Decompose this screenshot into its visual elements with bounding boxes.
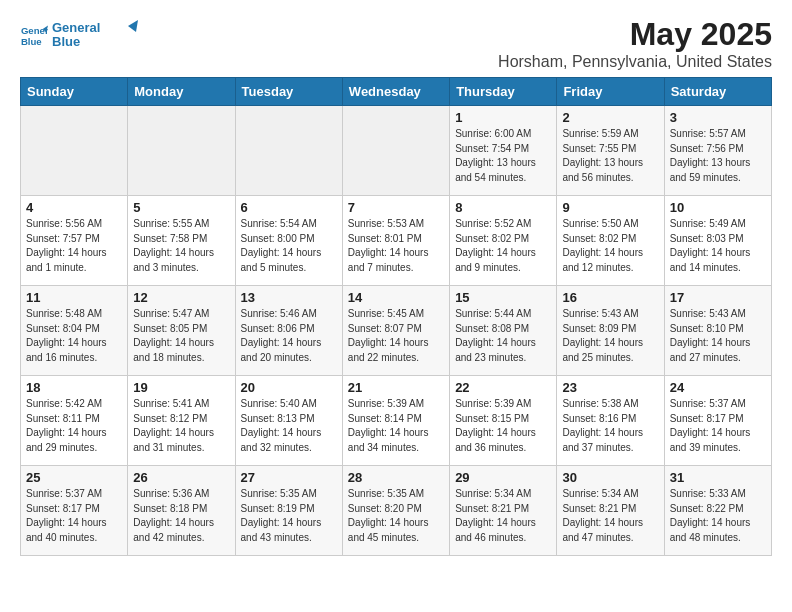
weekday-header-monday: Monday (128, 78, 235, 106)
cell-info: Sunrise: 5:35 AM Sunset: 8:19 PM Dayligh… (241, 487, 337, 545)
cell-date: 21 (348, 380, 444, 395)
calendar-cell (342, 106, 449, 196)
cell-info: Sunrise: 5:47 AM Sunset: 8:05 PM Dayligh… (133, 307, 229, 365)
cell-info: Sunrise: 5:43 AM Sunset: 8:09 PM Dayligh… (562, 307, 658, 365)
calendar-cell: 14Sunrise: 5:45 AM Sunset: 8:07 PM Dayli… (342, 286, 449, 376)
cell-date: 1 (455, 110, 551, 125)
cell-info: Sunrise: 5:44 AM Sunset: 8:08 PM Dayligh… (455, 307, 551, 365)
calendar-cell: 4Sunrise: 5:56 AM Sunset: 7:57 PM Daylig… (21, 196, 128, 286)
cell-info: Sunrise: 5:42 AM Sunset: 8:11 PM Dayligh… (26, 397, 122, 455)
svg-marker-6 (128, 20, 138, 32)
cell-date: 3 (670, 110, 766, 125)
weekday-header-thursday: Thursday (450, 78, 557, 106)
cell-date: 16 (562, 290, 658, 305)
logo-text: General Blue (52, 16, 142, 56)
cell-info: Sunrise: 5:59 AM Sunset: 7:55 PM Dayligh… (562, 127, 658, 185)
cell-date: 6 (241, 200, 337, 215)
logo-icon: General Blue (20, 22, 48, 50)
cell-info: Sunrise: 5:57 AM Sunset: 7:56 PM Dayligh… (670, 127, 766, 185)
cell-info: Sunrise: 5:39 AM Sunset: 8:14 PM Dayligh… (348, 397, 444, 455)
cell-info: Sunrise: 5:52 AM Sunset: 8:02 PM Dayligh… (455, 217, 551, 275)
cell-date: 2 (562, 110, 658, 125)
calendar-cell: 13Sunrise: 5:46 AM Sunset: 8:06 PM Dayli… (235, 286, 342, 376)
cell-date: 27 (241, 470, 337, 485)
week-row-2: 4Sunrise: 5:56 AM Sunset: 7:57 PM Daylig… (21, 196, 772, 286)
calendar-cell: 6Sunrise: 5:54 AM Sunset: 8:00 PM Daylig… (235, 196, 342, 286)
cell-info: Sunrise: 5:35 AM Sunset: 8:20 PM Dayligh… (348, 487, 444, 545)
cell-info: Sunrise: 5:56 AM Sunset: 7:57 PM Dayligh… (26, 217, 122, 275)
cell-date: 30 (562, 470, 658, 485)
title-block: May 2025 Horsham, Pennsylvania, United S… (498, 16, 772, 71)
week-row-5: 25Sunrise: 5:37 AM Sunset: 8:17 PM Dayli… (21, 466, 772, 556)
cell-info: Sunrise: 5:34 AM Sunset: 8:21 PM Dayligh… (562, 487, 658, 545)
cell-date: 20 (241, 380, 337, 395)
calendar-cell: 25Sunrise: 5:37 AM Sunset: 8:17 PM Dayli… (21, 466, 128, 556)
weekday-header-friday: Friday (557, 78, 664, 106)
cell-date: 10 (670, 200, 766, 215)
calendar-cell: 19Sunrise: 5:41 AM Sunset: 8:12 PM Dayli… (128, 376, 235, 466)
cell-info: Sunrise: 5:45 AM Sunset: 8:07 PM Dayligh… (348, 307, 444, 365)
cell-info: Sunrise: 5:33 AM Sunset: 8:22 PM Dayligh… (670, 487, 766, 545)
cell-info: Sunrise: 5:36 AM Sunset: 8:18 PM Dayligh… (133, 487, 229, 545)
calendar-cell: 2Sunrise: 5:59 AM Sunset: 7:55 PM Daylig… (557, 106, 664, 196)
calendar-cell: 22Sunrise: 5:39 AM Sunset: 8:15 PM Dayli… (450, 376, 557, 466)
cell-date: 11 (26, 290, 122, 305)
calendar-cell: 31Sunrise: 5:33 AM Sunset: 8:22 PM Dayli… (664, 466, 771, 556)
calendar-cell: 3Sunrise: 5:57 AM Sunset: 7:56 PM Daylig… (664, 106, 771, 196)
calendar-cell: 16Sunrise: 5:43 AM Sunset: 8:09 PM Dayli… (557, 286, 664, 376)
main-title: May 2025 (498, 16, 772, 53)
weekday-header-row: SundayMondayTuesdayWednesdayThursdayFrid… (21, 78, 772, 106)
cell-info: Sunrise: 5:41 AM Sunset: 8:12 PM Dayligh… (133, 397, 229, 455)
weekday-header-wednesday: Wednesday (342, 78, 449, 106)
calendar-cell: 12Sunrise: 5:47 AM Sunset: 8:05 PM Dayli… (128, 286, 235, 376)
cell-date: 7 (348, 200, 444, 215)
calendar-cell: 23Sunrise: 5:38 AM Sunset: 8:16 PM Dayli… (557, 376, 664, 466)
cell-info: Sunrise: 5:34 AM Sunset: 8:21 PM Dayligh… (455, 487, 551, 545)
calendar-cell: 21Sunrise: 5:39 AM Sunset: 8:14 PM Dayli… (342, 376, 449, 466)
cell-date: 4 (26, 200, 122, 215)
calendar-cell: 26Sunrise: 5:36 AM Sunset: 8:18 PM Dayli… (128, 466, 235, 556)
cell-date: 13 (241, 290, 337, 305)
weekday-header-saturday: Saturday (664, 78, 771, 106)
cell-date: 14 (348, 290, 444, 305)
calendar-cell: 8Sunrise: 5:52 AM Sunset: 8:02 PM Daylig… (450, 196, 557, 286)
calendar-cell: 15Sunrise: 5:44 AM Sunset: 8:08 PM Dayli… (450, 286, 557, 376)
calendar-cell: 29Sunrise: 5:34 AM Sunset: 8:21 PM Dayli… (450, 466, 557, 556)
cell-date: 31 (670, 470, 766, 485)
svg-text:Blue: Blue (52, 34, 80, 49)
week-row-1: 1Sunrise: 6:00 AM Sunset: 7:54 PM Daylig… (21, 106, 772, 196)
calendar-cell: 20Sunrise: 5:40 AM Sunset: 8:13 PM Dayli… (235, 376, 342, 466)
svg-text:General: General (52, 20, 100, 35)
cell-date: 23 (562, 380, 658, 395)
cell-date: 18 (26, 380, 122, 395)
cell-date: 26 (133, 470, 229, 485)
cell-info: Sunrise: 5:40 AM Sunset: 8:13 PM Dayligh… (241, 397, 337, 455)
calendar-cell: 30Sunrise: 5:34 AM Sunset: 8:21 PM Dayli… (557, 466, 664, 556)
svg-text:General: General (21, 25, 48, 36)
week-row-4: 18Sunrise: 5:42 AM Sunset: 8:11 PM Dayli… (21, 376, 772, 466)
cell-info: Sunrise: 5:46 AM Sunset: 8:06 PM Dayligh… (241, 307, 337, 365)
cell-date: 8 (455, 200, 551, 215)
week-row-3: 11Sunrise: 5:48 AM Sunset: 8:04 PM Dayli… (21, 286, 772, 376)
cell-info: Sunrise: 5:48 AM Sunset: 8:04 PM Dayligh… (26, 307, 122, 365)
cell-info: Sunrise: 5:43 AM Sunset: 8:10 PM Dayligh… (670, 307, 766, 365)
cell-info: Sunrise: 5:54 AM Sunset: 8:00 PM Dayligh… (241, 217, 337, 275)
weekday-header-tuesday: Tuesday (235, 78, 342, 106)
calendar-table: SundayMondayTuesdayWednesdayThursdayFrid… (20, 77, 772, 556)
cell-date: 12 (133, 290, 229, 305)
subtitle: Horsham, Pennsylvania, United States (498, 53, 772, 71)
calendar-cell: 27Sunrise: 5:35 AM Sunset: 8:19 PM Dayli… (235, 466, 342, 556)
calendar-cell: 28Sunrise: 5:35 AM Sunset: 8:20 PM Dayli… (342, 466, 449, 556)
logo: General Blue General Blue (20, 16, 142, 56)
cell-date: 24 (670, 380, 766, 395)
calendar-cell: 10Sunrise: 5:49 AM Sunset: 8:03 PM Dayli… (664, 196, 771, 286)
cell-date: 29 (455, 470, 551, 485)
weekday-header-sunday: Sunday (21, 78, 128, 106)
calendar-cell: 18Sunrise: 5:42 AM Sunset: 8:11 PM Dayli… (21, 376, 128, 466)
calendar-cell (21, 106, 128, 196)
cell-date: 17 (670, 290, 766, 305)
cell-date: 15 (455, 290, 551, 305)
cell-info: Sunrise: 5:55 AM Sunset: 7:58 PM Dayligh… (133, 217, 229, 275)
calendar-cell: 5Sunrise: 5:55 AM Sunset: 7:58 PM Daylig… (128, 196, 235, 286)
cell-info: Sunrise: 5:38 AM Sunset: 8:16 PM Dayligh… (562, 397, 658, 455)
